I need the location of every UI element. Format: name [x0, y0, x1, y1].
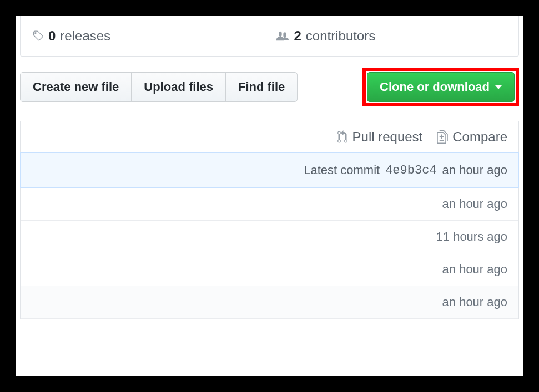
- find-file-button[interactable]: Find file: [225, 72, 298, 102]
- file-row[interactable]: an hour ago: [21, 253, 518, 286]
- file-time: an hour ago: [442, 295, 507, 309]
- clone-download-button[interactable]: Clone or download: [367, 72, 515, 102]
- file-time: an hour ago: [442, 262, 507, 277]
- repo-panel: 0 releases 2 contributors Create new fil…: [16, 16, 523, 376]
- clone-highlight: Clone or download: [362, 68, 519, 106]
- file-actions-bar: Create new file Upload files Find file C…: [16, 57, 523, 121]
- caret-down-icon: [495, 85, 502, 89]
- commit-time: an hour ago: [442, 163, 507, 177]
- pull-request-link[interactable]: Pull request: [337, 129, 423, 145]
- create-new-file-button[interactable]: Create new file: [20, 72, 132, 102]
- file-time: 11 hours ago: [436, 230, 507, 244]
- tag-icon: [32, 30, 44, 42]
- upload-files-button[interactable]: Upload files: [131, 72, 226, 102]
- file-action-group: Create new file Upload files Find file: [20, 72, 298, 102]
- compare-bar: Pull request Compare: [20, 121, 519, 152]
- file-list: an hour ago 11 hours ago an hour ago an …: [20, 188, 519, 319]
- repo-stats-bar: 0 releases 2 contributors: [20, 16, 519, 57]
- compare-link[interactable]: Compare: [437, 129, 507, 145]
- releases-link[interactable]: 0 releases: [32, 28, 264, 44]
- contributors-link[interactable]: 2 contributors: [264, 28, 508, 44]
- compare-label: Compare: [452, 129, 507, 145]
- file-row[interactable]: an hour ago: [21, 188, 518, 221]
- file-row[interactable]: an hour ago: [21, 286, 518, 319]
- releases-count: 0: [48, 28, 56, 44]
- people-icon: [275, 30, 290, 42]
- file-row[interactable]: 11 hours ago: [21, 221, 518, 253]
- diff-icon: [437, 130, 448, 144]
- commit-sha[interactable]: 4e9b3c4: [385, 164, 436, 177]
- latest-commit-bar: Latest commit 4e9b3c4 an hour ago: [20, 152, 519, 188]
- file-time: an hour ago: [442, 197, 507, 211]
- git-pull-request-icon: [337, 130, 348, 144]
- contributors-count: 2: [294, 28, 301, 44]
- contributors-label: contributors: [306, 28, 375, 44]
- latest-commit-prefix: Latest commit: [304, 163, 380, 177]
- pull-request-label: Pull request: [352, 129, 423, 145]
- releases-label: releases: [60, 28, 110, 44]
- clone-download-label: Clone or download: [380, 80, 490, 94]
